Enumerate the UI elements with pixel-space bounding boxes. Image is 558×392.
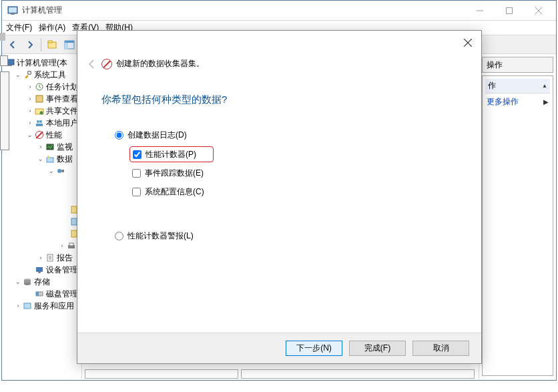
tree: 计算机管理(本 ⌄ 系统工具 › 任务计划 › 事件查看 [2, 57, 81, 312]
checkbox-input[interactable] [132, 169, 141, 178]
dialog-prompt: 你希望包括何种类型的数据? [101, 93, 227, 106]
tree-label: 存储 [34, 276, 50, 288]
tree-item-icon[interactable] [2, 228, 81, 240]
checkbox-event-trace[interactable]: 事件跟踪数据(E) [129, 165, 214, 181]
tree-local-users[interactable]: › 本地用户 [2, 117, 81, 129]
svg-rect-36 [38, 272, 41, 273]
expand-icon[interactable]: › [26, 83, 34, 91]
collapse-icon[interactable]: ⌄ [47, 167, 55, 175]
tree-label: 共享文件 [46, 106, 78, 117]
bottom-split-left [85, 369, 238, 379]
clock-icon [34, 81, 45, 92]
svg-rect-25 [47, 158, 53, 162]
svg-rect-30 [71, 218, 77, 225]
tree-item-icon[interactable]: › [2, 240, 81, 252]
svg-rect-28 [61, 170, 64, 172]
next-button[interactable]: 下一步(N) [286, 341, 342, 356]
radio-input[interactable] [115, 232, 123, 240]
performance-icon [34, 130, 45, 140]
section-title: 作 [488, 80, 496, 91]
collapse-arrow-icon: ▲ [542, 83, 547, 89]
toolbar-separator [41, 38, 41, 51]
collapse-icon[interactable]: ⌄ [37, 155, 45, 163]
svg-point-27 [57, 169, 61, 173]
tree-data-collector[interactable]: ⌄ 数据 [2, 153, 81, 165]
tree-panel[interactable]: 计算机管理(本 ⌄ 系统工具 › 任务计划 › 事件查看 [2, 54, 82, 379]
menu-file[interactable]: 文件(F) [6, 22, 32, 33]
tree-label: 报告 [57, 252, 73, 264]
tree-storage[interactable]: ⌄ 存储 [2, 276, 81, 288]
maximize-button[interactable] [495, 1, 524, 20]
users-icon [34, 118, 45, 128]
dialog-back-button[interactable] [85, 57, 99, 74]
svg-rect-31 [71, 230, 77, 237]
dialog-close-button[interactable] [464, 37, 472, 49]
actions-more-link[interactable]: 更多操作 ▶ [485, 93, 550, 110]
menu-action[interactable]: 操作(A) [39, 22, 65, 33]
collapse-icon[interactable]: ⌄ [26, 131, 34, 139]
expand-icon[interactable]: › [37, 143, 45, 151]
actions-body: 作 ▲ 更多操作 ▶ [482, 75, 553, 376]
svg-rect-15 [8, 65, 12, 66]
expand-icon[interactable]: › [37, 254, 45, 262]
tree-performance[interactable]: ⌄ 性能 [2, 129, 81, 141]
radio-create-data-log[interactable]: 创建数据日志(D) [115, 130, 214, 141]
tools-icon [22, 69, 33, 80]
window-title: 计算机管理 [22, 5, 465, 16]
tree-system-tools[interactable]: ⌄ 系统工具 [2, 69, 81, 81]
tree-monitoring[interactable]: › 监视 [2, 141, 81, 153]
checkbox-label: 系统配置信息(C) [145, 186, 204, 198]
up-button[interactable] [44, 37, 60, 52]
checkbox-perf-counter[interactable]: 性能计数器(P) [129, 146, 214, 162]
expand-icon[interactable]: › [26, 107, 34, 115]
tree-item-icon[interactable] [2, 204, 81, 216]
expand-icon[interactable]: › [26, 119, 34, 127]
tree-event-viewer[interactable]: › 事件查看 [2, 93, 81, 105]
radio-perf-counter-alert[interactable]: 性能计数器警报(L) [115, 230, 214, 242]
tree-label: 事件查看 [46, 93, 78, 105]
tree-item[interactable]: ⌄ [2, 165, 81, 177]
tree-label: 设备管理 [46, 264, 78, 276]
close-button[interactable] [524, 1, 553, 20]
svg-point-21 [37, 120, 39, 123]
expand-icon[interactable]: › [14, 302, 22, 310]
actions-panel: 操作 作 ▲ 更多操作 ▶ [479, 54, 556, 379]
wizard-dialog: 创建新的数据收集器集。 你希望包括何种类型的数据? 创建数据日志(D) 性能计数… [77, 30, 482, 364]
tree-device-manager[interactable]: 设备管理 [2, 264, 81, 276]
tree-services[interactable]: › 服务和应用 [2, 300, 81, 312]
svg-rect-35 [36, 267, 43, 272]
back-button[interactable] [5, 37, 21, 52]
tree-label: 服务和应用 [34, 301, 74, 312]
submenu-arrow-icon: ▶ [543, 98, 549, 106]
services-icon [22, 301, 33, 311]
svg-point-39 [24, 282, 31, 285]
actions-section-header[interactable]: 作 ▲ [485, 79, 550, 93]
tree-reports[interactable]: › 报告 [2, 252, 81, 264]
checkbox-input[interactable] [133, 150, 142, 159]
minimize-button[interactable] [465, 1, 495, 20]
tree-label: 磁盘管理 [46, 288, 78, 300]
checkbox-system-config[interactable]: 系统配置信息(C) [129, 184, 214, 200]
radio-input[interactable] [115, 131, 123, 140]
event-icon [34, 93, 45, 104]
finish-button[interactable]: 完成(F) [349, 341, 406, 356]
tree-disk-mgmt[interactable]: 磁盘管理 [2, 288, 81, 300]
background-window-fragment-2 [0, 55, 8, 66]
checkbox-label: 性能计数器(P) [146, 149, 196, 160]
background-window-fragment-3 [0, 33, 5, 41]
forward-button[interactable] [22, 37, 38, 52]
collapse-icon[interactable]: ⌄ [14, 278, 22, 286]
expand-icon[interactable]: › [58, 242, 66, 250]
tree-root[interactable]: 计算机管理(本 [2, 57, 81, 69]
collapse-icon[interactable]: ⌄ [14, 71, 22, 79]
tree-task-scheduler[interactable]: › 任务计划 [2, 81, 81, 93]
tree-shared-folders[interactable]: › 共享文件 [2, 105, 81, 117]
expand-icon[interactable]: › [26, 95, 34, 103]
storage-icon [22, 276, 33, 287]
checkbox-label: 事件跟踪数据(E) [145, 168, 204, 179]
cancel-button[interactable]: 取消 [412, 341, 469, 356]
checkbox-input[interactable] [132, 188, 141, 196]
show-hide-button[interactable] [61, 37, 77, 52]
tree-item-icon[interactable] [2, 216, 81, 228]
dialog-footer: 下一步(N) 完成(F) 取消 [77, 333, 481, 363]
